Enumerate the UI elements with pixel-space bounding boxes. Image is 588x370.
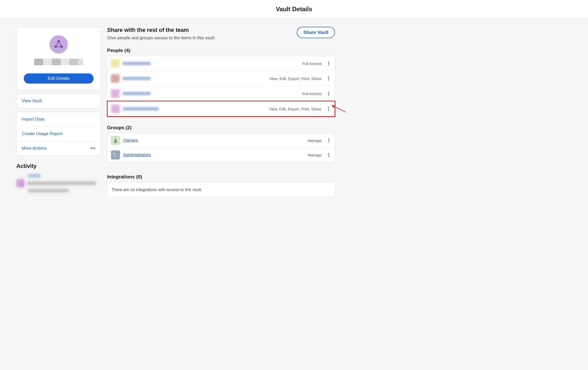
access-label: Manage bbox=[308, 138, 322, 143]
page-title: Vault Details bbox=[0, 6, 588, 13]
group-row[interactable]: Owners Manage bbox=[107, 133, 335, 148]
more-vertical-icon bbox=[328, 91, 329, 96]
person-row[interactable]: Full Access bbox=[107, 86, 335, 101]
avatar bbox=[111, 74, 120, 83]
group-icon-owners bbox=[111, 136, 120, 145]
more-vertical-icon bbox=[328, 61, 329, 65]
svg-line-18 bbox=[333, 106, 346, 112]
svg-point-16 bbox=[328, 108, 329, 109]
groups-heading: Groups (2) bbox=[107, 125, 335, 130]
group-name-link[interactable]: Administrators bbox=[123, 152, 151, 157]
view-vault-link[interactable]: View Vault bbox=[17, 94, 101, 108]
access-label: View, Edit, Export, Print, Share bbox=[269, 76, 322, 81]
share-subtitle: Give people and groups access to the ite… bbox=[107, 35, 215, 41]
row-more-button[interactable] bbox=[326, 152, 331, 157]
svg-point-9 bbox=[328, 76, 329, 77]
main-content: Share with the rest of the team Give peo… bbox=[107, 27, 335, 197]
svg-point-7 bbox=[328, 63, 329, 64]
create-report-label: Create Usage Report bbox=[22, 131, 63, 136]
more-actions-label: More Actions bbox=[22, 146, 47, 151]
group-icon-admins bbox=[111, 150, 120, 160]
action-list-main: Import Data Create Usage Report More Act… bbox=[16, 112, 101, 156]
people-heading: People (4) bbox=[107, 48, 335, 53]
row-more-button[interactable] bbox=[326, 91, 331, 96]
group-name-link[interactable]: Owners bbox=[123, 138, 138, 143]
access-label: Full Access bbox=[302, 91, 322, 96]
share-header: Share with the rest of the team Give peo… bbox=[107, 27, 335, 41]
share-title: Share with the rest of the team bbox=[107, 27, 215, 33]
import-data-link[interactable]: Import Data bbox=[17, 112, 101, 127]
row-more-button[interactable] bbox=[326, 61, 331, 66]
import-data-label: Import Data bbox=[22, 117, 44, 122]
more-vertical-icon bbox=[328, 107, 329, 111]
svg-point-8 bbox=[328, 64, 329, 65]
triangle-icon bbox=[53, 39, 64, 50]
access-label: Manage bbox=[308, 153, 322, 157]
annotation-arrow-icon bbox=[331, 105, 346, 113]
people-list: Full Access View, Edit, Export, Print, S… bbox=[107, 56, 335, 117]
ellipsis-icon: ••• bbox=[90, 146, 96, 151]
more-vertical-icon bbox=[328, 153, 329, 157]
share-vault-button[interactable]: Share Vault bbox=[297, 27, 335, 38]
sidebar: Edit Details View Vault Import Data Crea… bbox=[16, 27, 101, 197]
activity-redacted bbox=[16, 174, 101, 192]
svg-point-23 bbox=[328, 153, 329, 154]
create-report-link[interactable]: Create Usage Report bbox=[17, 127, 101, 141]
view-vault-label: View Vault bbox=[22, 98, 42, 103]
activity-heading: Activity bbox=[16, 163, 101, 169]
integrations-empty-text: There are no integrations with access to… bbox=[111, 188, 202, 192]
svg-point-22 bbox=[328, 141, 329, 142]
svg-line-3 bbox=[56, 41, 59, 47]
page-header: Vault Details bbox=[0, 0, 588, 19]
person-row-highlighted[interactable]: View, Edit, Export, Print, Share bbox=[107, 101, 335, 117]
integrations-empty-state: There are no integrations with access to… bbox=[107, 182, 335, 197]
svg-point-12 bbox=[328, 91, 329, 93]
svg-line-4 bbox=[59, 41, 62, 47]
person-row[interactable]: Full Access bbox=[107, 56, 335, 71]
row-more-button[interactable] bbox=[326, 138, 331, 143]
person-name-redacted bbox=[123, 77, 151, 80]
edit-details-button[interactable]: Edit Details bbox=[24, 73, 94, 84]
svg-point-6 bbox=[328, 61, 329, 62]
group-row[interactable]: Administrators Manage bbox=[107, 148, 335, 162]
more-vertical-icon bbox=[328, 76, 329, 81]
svg-point-17 bbox=[328, 110, 329, 111]
more-actions-link[interactable]: More Actions ••• bbox=[17, 141, 101, 155]
action-list-view: View Vault bbox=[16, 94, 101, 108]
svg-point-14 bbox=[328, 95, 329, 96]
svg-point-10 bbox=[328, 78, 329, 79]
integrations-heading: Integrations (0) bbox=[107, 174, 335, 180]
svg-point-20 bbox=[328, 138, 329, 139]
vault-name-redacted bbox=[34, 59, 83, 65]
avatar bbox=[111, 59, 120, 68]
person-row[interactable]: View, Edit, Export, Print, Share bbox=[107, 71, 335, 86]
avatar bbox=[111, 89, 120, 98]
svg-point-13 bbox=[328, 93, 329, 94]
activity-section: Activity bbox=[16, 163, 101, 192]
vault-icon bbox=[49, 35, 68, 54]
row-more-button[interactable] bbox=[326, 106, 331, 111]
svg-point-25 bbox=[328, 156, 329, 157]
tools-icon bbox=[113, 152, 118, 158]
row-more-button[interactable] bbox=[326, 76, 331, 81]
chess-king-icon bbox=[113, 138, 118, 143]
svg-point-21 bbox=[328, 140, 329, 141]
access-label: Full Access bbox=[302, 61, 322, 66]
groups-list: Owners Manage Administrators Manage bbox=[107, 133, 335, 162]
access-label: View, Edit, Export, Print, Share bbox=[269, 107, 321, 111]
avatar bbox=[111, 104, 120, 113]
svg-point-24 bbox=[328, 154, 329, 155]
person-name-redacted bbox=[123, 62, 151, 65]
vault-info-card: Edit Details bbox=[16, 27, 101, 90]
person-name-redacted bbox=[123, 107, 159, 111]
more-vertical-icon bbox=[328, 138, 329, 142]
svg-point-11 bbox=[328, 80, 329, 81]
svg-point-15 bbox=[328, 107, 329, 108]
person-name-redacted bbox=[123, 92, 151, 95]
svg-marker-19 bbox=[331, 105, 335, 108]
